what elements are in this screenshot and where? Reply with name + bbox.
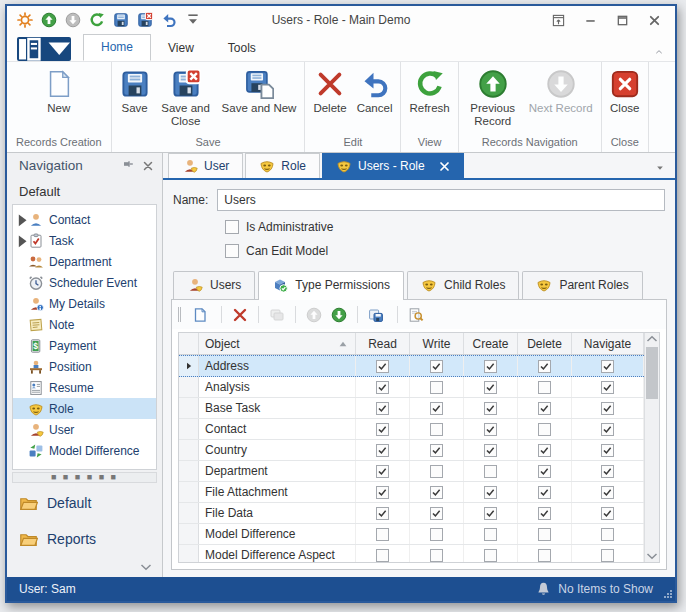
- app-icon[interactable]: [15, 11, 34, 30]
- ribbon-tab-tools[interactable]: Tools: [211, 36, 273, 61]
- export-button[interactable]: [365, 304, 390, 326]
- table-row[interactable]: Address: [179, 355, 644, 377]
- create-checkbox[interactable]: [484, 528, 497, 541]
- write-checkbox[interactable]: [430, 444, 443, 457]
- create-checkbox[interactable]: [484, 486, 497, 499]
- delete-permission-button[interactable]: [229, 304, 251, 326]
- sidebar-item-department[interactable]: Department: [13, 251, 156, 272]
- close-panel-icon[interactable]: [142, 160, 154, 172]
- write-checkbox[interactable]: [430, 360, 443, 373]
- delete-button[interactable]: Delete: [308, 66, 351, 115]
- create-checkbox[interactable]: [484, 360, 497, 373]
- table-row[interactable]: File Attachment: [179, 482, 644, 503]
- create-checkbox[interactable]: [484, 507, 497, 520]
- table-row[interactable]: Contact: [179, 419, 644, 440]
- resize-grip[interactable]: [663, 589, 673, 599]
- navigate-checkbox[interactable]: [601, 381, 614, 394]
- sidebar-item-model-difference[interactable]: Model Difference: [13, 440, 156, 461]
- document-tab-users-role[interactable]: Users - Role: [322, 153, 464, 178]
- sidebar-item-scheduler-event[interactable]: Scheduler Event: [13, 272, 156, 293]
- tab-type-permissions[interactable]: Type Permissions: [258, 271, 404, 300]
- column-header-navigate[interactable]: Navigate: [572, 333, 644, 354]
- find-filter-button[interactable]: [405, 304, 430, 326]
- column-header-delete[interactable]: Delete: [518, 333, 572, 354]
- is-administrative-checkbox[interactable]: [225, 220, 239, 234]
- scroll-up-icon[interactable]: [646, 333, 658, 345]
- pin-icon[interactable]: [122, 160, 134, 172]
- column-header-create[interactable]: Create: [464, 333, 518, 354]
- application-menu-button[interactable]: [17, 37, 71, 61]
- create-checkbox[interactable]: [484, 423, 497, 436]
- customize-quick-access-button[interactable]: [183, 11, 202, 30]
- chevron-down-icon[interactable]: [140, 561, 152, 573]
- sidebar-item-user[interactable]: User: [13, 419, 156, 440]
- previous-record-button[interactable]: [39, 11, 58, 30]
- table-row[interactable]: Model Difference Aspect: [179, 545, 644, 562]
- sidebar-item-resume[interactable]: Resume: [13, 377, 156, 398]
- delete-checkbox[interactable]: [538, 402, 551, 415]
- refresh-button[interactable]: [87, 11, 106, 30]
- write-checkbox[interactable]: [430, 507, 443, 520]
- navigation-group-reports[interactable]: Reports: [7, 521, 162, 557]
- close-window-button[interactable]: [639, 9, 669, 31]
- table-row[interactable]: Country: [179, 440, 644, 461]
- table-row[interactable]: Department: [179, 461, 644, 482]
- column-header-read[interactable]: Read: [356, 333, 410, 354]
- read-checkbox[interactable]: [376, 402, 389, 415]
- new-button[interactable]: New: [39, 66, 79, 122]
- expand-icon[interactable]: [17, 234, 28, 249]
- sidebar-item-contact[interactable]: Contact: [13, 209, 156, 230]
- table-row[interactable]: Model Difference: [179, 524, 644, 545]
- delete-checkbox[interactable]: [538, 465, 551, 478]
- full-screen-button[interactable]: [543, 9, 573, 31]
- delete-checkbox[interactable]: [538, 549, 551, 562]
- navigate-checkbox[interactable]: [601, 423, 614, 436]
- table-row[interactable]: Base Task: [179, 398, 644, 419]
- document-tab-role[interactable]: Role: [245, 153, 320, 178]
- read-checkbox[interactable]: [376, 360, 389, 373]
- delete-checkbox[interactable]: [538, 360, 551, 373]
- create-checkbox[interactable]: [484, 549, 497, 562]
- tab-close-icon[interactable]: [439, 161, 450, 172]
- scrollbar-track[interactable]: [645, 345, 659, 550]
- cancel-button[interactable]: Cancel: [352, 66, 398, 115]
- tab-child-roles[interactable]: Child Roles: [407, 271, 519, 299]
- navigation-group-default[interactable]: Default: [7, 485, 162, 521]
- read-checkbox[interactable]: [376, 528, 389, 541]
- can-edit-model-checkbox[interactable]: [225, 244, 239, 258]
- sidebar-item-my-details[interactable]: My Details: [13, 293, 156, 314]
- delete-checkbox[interactable]: [538, 486, 551, 499]
- delete-checkbox[interactable]: [538, 528, 551, 541]
- create-checkbox[interactable]: [484, 402, 497, 415]
- write-checkbox[interactable]: [430, 381, 443, 394]
- delete-checkbox[interactable]: [538, 507, 551, 520]
- ribbon-tab-view[interactable]: View: [151, 36, 211, 61]
- read-checkbox[interactable]: [376, 507, 389, 520]
- column-header-object[interactable]: Object: [199, 333, 356, 354]
- previous-record-button[interactable]: Previous Record: [462, 66, 524, 128]
- panel-splitter[interactable]: ■ ■ ■ ■ ■ ■: [12, 472, 157, 483]
- read-checkbox[interactable]: [376, 444, 389, 457]
- name-input[interactable]: [217, 189, 665, 211]
- read-checkbox[interactable]: [376, 465, 389, 478]
- sidebar-item-note[interactable]: Note: [13, 314, 156, 335]
- save-button[interactable]: [111, 11, 130, 30]
- read-checkbox[interactable]: [376, 486, 389, 499]
- write-checkbox[interactable]: [430, 465, 443, 478]
- read-checkbox[interactable]: [376, 423, 389, 436]
- read-checkbox[interactable]: [376, 549, 389, 562]
- expand-icon[interactable]: [17, 213, 28, 228]
- navigate-checkbox[interactable]: [601, 465, 614, 478]
- write-checkbox[interactable]: [430, 402, 443, 415]
- tab-users[interactable]: Users: [173, 271, 255, 299]
- write-checkbox[interactable]: [430, 486, 443, 499]
- column-header-write[interactable]: Write: [410, 333, 464, 354]
- table-row[interactable]: Analysis: [179, 377, 644, 398]
- write-checkbox[interactable]: [430, 549, 443, 562]
- save-and-close-button[interactable]: [135, 11, 154, 30]
- tab-parent-roles[interactable]: Parent Roles: [522, 271, 642, 299]
- delete-checkbox[interactable]: [538, 381, 551, 394]
- tab-list-dropdown-icon[interactable]: [654, 166, 666, 178]
- create-checkbox[interactable]: [484, 465, 497, 478]
- close-button[interactable]: Close: [605, 66, 645, 115]
